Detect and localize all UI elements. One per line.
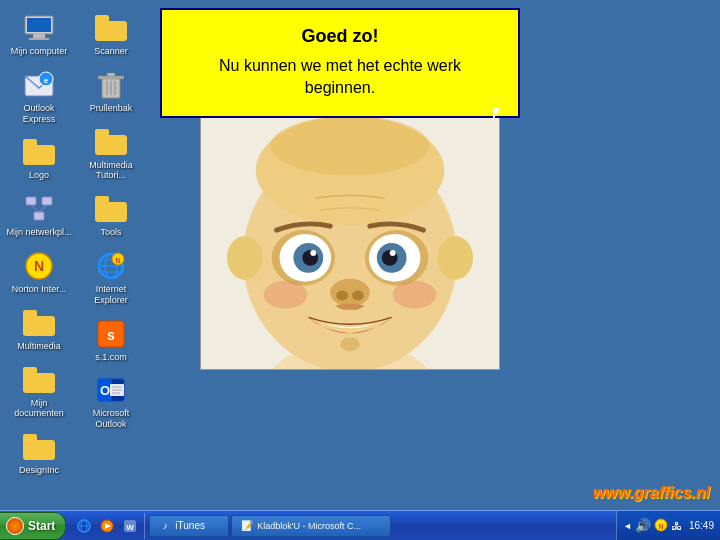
funny-face-image: [201, 111, 499, 369]
watermark: www.graffics.nl: [593, 484, 710, 502]
photo-container: [200, 110, 500, 370]
svg-text:W: W: [127, 523, 135, 532]
svg-line-11: [39, 205, 47, 212]
notepad-icon: 📝: [240, 519, 254, 533]
taskbar-btn-notepad-label: Kladblok'U - Microsoft C...: [257, 521, 361, 531]
icon-label: Multimedia: [17, 341, 61, 352]
icon-s1com[interactable]: s s.1.com: [76, 314, 146, 367]
icon-microsoft-outlook[interactable]: O Microsoft Outlook: [76, 370, 146, 434]
svg-point-55: [390, 250, 396, 256]
svg-rect-7: [26, 197, 36, 205]
svg-rect-1: [27, 18, 51, 32]
quick-launch: W: [70, 513, 145, 539]
dialog-box: Goed zo! Nu kunnen we met het echte werk…: [160, 8, 520, 118]
svg-point-60: [393, 281, 437, 309]
icon-mijn-netwerk[interactable]: Mijn netwerkpl...: [4, 189, 74, 242]
icon-label: Multimedia Tutori...: [78, 160, 144, 182]
icon-multimedia-tutorial[interactable]: Multimedia Tutori...: [76, 122, 146, 186]
svg-point-43: [227, 236, 263, 280]
icon-tools[interactable]: Tools: [76, 189, 146, 242]
icon-designinc[interactable]: DesignInc: [4, 427, 74, 480]
svg-point-59: [264, 281, 308, 309]
taskbar-btn-itunes-label: iTunes: [175, 520, 205, 531]
icon-scanner[interactable]: Scanner: [76, 8, 146, 61]
icon-label: DesignInc: [19, 465, 59, 476]
icon-mijn-documenten[interactable]: Mijn documenten: [4, 360, 74, 424]
system-tray: ◄ 🔊 N 🖧 16:49: [616, 511, 720, 540]
svg-rect-8: [42, 197, 52, 205]
icon-logo[interactable]: Logo: [4, 132, 74, 185]
icon-label: Tools: [100, 227, 121, 238]
icon-label: Internet Explorer: [78, 284, 144, 306]
svg-point-57: [336, 291, 348, 301]
taskbar-buttons-area: ♪ iTunes 📝 Kladblok'U - Microsoft C...: [145, 511, 616, 540]
svg-point-62: [271, 116, 430, 176]
icon-prullenbak[interactable]: Prullenbak: [76, 65, 146, 118]
ql-extra-icon[interactable]: W: [120, 516, 140, 536]
svg-rect-16: [107, 73, 115, 76]
dialog-title: Goed zo!: [186, 26, 494, 47]
tray-arrow[interactable]: ◄: [623, 521, 632, 531]
svg-rect-9: [34, 212, 44, 220]
svg-point-58: [352, 291, 364, 301]
svg-line-10: [31, 205, 39, 212]
icon-mijn-computer[interactable]: Mijn computer: [4, 8, 74, 61]
icon-internet-explorer[interactable]: N Internet Explorer: [76, 246, 146, 310]
taskbar-btn-notepad[interactable]: 📝 Kladblok'U - Microsoft C...: [231, 515, 391, 537]
icon-norton[interactable]: N Norton Inter...: [4, 246, 74, 299]
icon-label: Mijn computer: [11, 46, 68, 57]
icon-label: Outlook Express: [6, 103, 72, 125]
taskbar-btn-itunes[interactable]: ♪ iTunes: [149, 515, 229, 537]
icon-label: Mijn netwerkpl...: [6, 227, 71, 238]
icon-label: Microsoft Outlook: [78, 408, 144, 430]
svg-point-61: [340, 337, 360, 351]
svg-rect-2: [33, 34, 45, 38]
svg-point-54: [310, 250, 316, 256]
svg-text:O: O: [100, 383, 110, 398]
icon-label: s.1.com: [95, 352, 127, 363]
svg-text:N: N: [115, 257, 120, 264]
mouse-cursor: [493, 108, 500, 120]
icon-outlook-express[interactable]: e Outlook Express: [4, 65, 74, 129]
dialog-text: Nu kunnen we met het echte werkbeginnen.: [186, 55, 494, 100]
start-label: Start: [28, 519, 55, 533]
start-logo: [6, 517, 24, 535]
svg-text:s: s: [107, 327, 115, 343]
svg-point-44: [437, 236, 473, 280]
svg-text:N: N: [34, 258, 44, 274]
tray-time: 16:49: [689, 520, 714, 531]
ql-ie-icon[interactable]: [74, 516, 94, 536]
svg-text:e: e: [44, 76, 49, 85]
tray-network-icon[interactable]: 🖧: [671, 520, 682, 532]
start-button[interactable]: Start: [0, 512, 66, 540]
icon-label: Scanner: [94, 46, 128, 57]
desktop-icons: Mijn computer e Outlook Express Logo: [0, 0, 160, 490]
icon-label: Norton Inter...: [12, 284, 67, 295]
svg-rect-3: [29, 38, 49, 40]
icon-label: Prullenbak: [90, 103, 133, 114]
svg-text:N: N: [658, 523, 663, 530]
tray-sound-icon[interactable]: 🔊: [635, 518, 651, 533]
itunes-icon: ♪: [158, 519, 172, 533]
tray-norton-icon[interactable]: N: [654, 518, 668, 534]
icon-label: Mijn documenten: [6, 398, 72, 420]
ql-media-icon[interactable]: [97, 516, 117, 536]
taskbar: Start W ♪ iTunes: [0, 510, 720, 540]
svg-rect-15: [98, 76, 124, 79]
icon-label: Logo: [29, 170, 49, 181]
icon-multimedia[interactable]: Multimedia: [4, 303, 74, 356]
svg-point-56: [330, 279, 370, 307]
